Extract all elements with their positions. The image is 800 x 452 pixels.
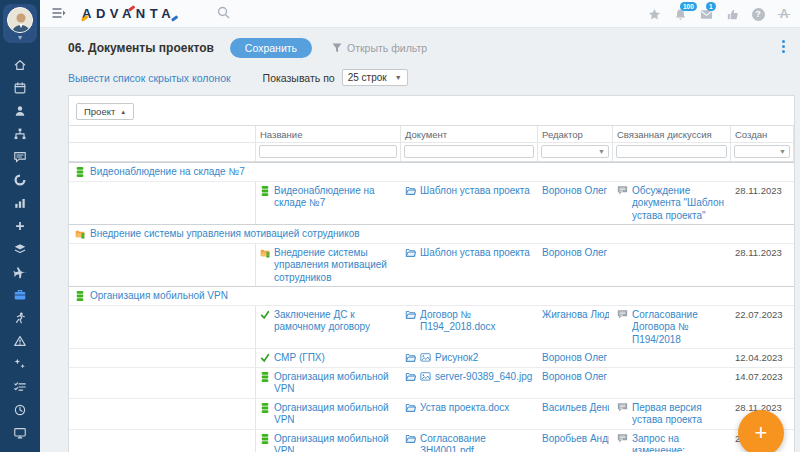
editor-link[interactable]: Воробьев Андрей xyxy=(542,433,609,446)
chevron-down-icon[interactable]: ▾ xyxy=(18,34,22,42)
favorites-star-icon[interactable] xyxy=(646,6,662,22)
editor-link[interactable]: Воронов Олег xyxy=(542,352,607,365)
document-row: Видеонаблюдение на складе №7Шаблон устав… xyxy=(69,181,794,225)
table-header-row: Название Документ Редактор Связанная дис… xyxy=(69,125,794,143)
sidebar-item-calendar[interactable] xyxy=(0,76,40,99)
created-date: 22.07.2023 xyxy=(735,309,783,320)
document-row: Организация мобильной VPNУстав проекта.d… xyxy=(69,398,794,429)
document-row: Внедрение системы управления мотивацией … xyxy=(69,243,794,287)
advanta-logo[interactable]: ADVANTA xyxy=(82,6,175,21)
sidebar-item-progress[interactable] xyxy=(0,168,40,191)
document-name-link[interactable]: Организация мобильной VPN xyxy=(274,371,397,396)
show-per-label: Показывать по xyxy=(263,72,335,84)
project-group-link[interactable]: Организация мобильной VPN xyxy=(90,290,228,303)
document-name-link[interactable]: Видеонаблюдение на складе №7 xyxy=(274,185,397,210)
document-file-link[interactable]: Шаблон устава проекта xyxy=(420,185,530,198)
document-file-link[interactable]: Согласование ЗНИ001.pdf xyxy=(420,433,534,452)
add-fab-button[interactable]: + xyxy=(738,410,784,452)
editor-link[interactable]: Воронов Олег xyxy=(542,247,607,260)
project-group-link[interactable]: Внедрение системы управления мотивацией … xyxy=(90,228,360,241)
sidebar-item-home[interactable] xyxy=(0,53,40,76)
document-name-link[interactable]: Организация мобильной VPN xyxy=(274,433,397,452)
per-page-select[interactable]: 25 строк▼ xyxy=(342,69,408,86)
filter-created-select[interactable]: ▼ xyxy=(734,145,790,158)
list-controls: Вывести список скрытых колонок Показыват… xyxy=(68,69,795,86)
document-row: СМР (ГПХ)Рисунок2Воронов Олег12.04.2023 xyxy=(69,348,794,367)
discussion-link[interactable]: Обсуждение документа "Шаблон устава прое… xyxy=(632,185,727,223)
column-header-document[interactable]: Документ xyxy=(401,126,538,142)
sidebar-item-sparkles[interactable] xyxy=(0,352,40,375)
sidebar-item-team[interactable] xyxy=(0,99,40,122)
collapse-menu-icon[interactable] xyxy=(52,5,66,23)
help-icon[interactable]: ? xyxy=(750,6,766,22)
document-name-link[interactable]: Организация мобильной VPN xyxy=(274,402,397,427)
documents-table: Название Документ Редактор Связанная дис… xyxy=(69,125,794,452)
document-name-link[interactable]: Внедрение системы управления мотивацией … xyxy=(274,247,397,285)
messages-mail-icon[interactable]: 1 xyxy=(698,6,714,22)
editor-link[interactable]: Васильев Денис xyxy=(542,402,609,415)
discussion-link[interactable]: Запрос на изменение: изменение подрядчик… xyxy=(632,433,727,452)
document-name-link[interactable]: СМР (ГПХ) xyxy=(274,352,325,365)
created-date: 28.11.2023 xyxy=(735,247,782,258)
sidebar-item-time[interactable] xyxy=(0,398,40,421)
editor-link[interactable]: Воронов Олег xyxy=(542,371,607,384)
discussion-link[interactable]: Согласование Договора № П194/2018 xyxy=(632,309,727,347)
column-header-name[interactable]: Название xyxy=(256,126,401,142)
document-file-link[interactable]: Договор № П194_2018.docx xyxy=(420,309,534,334)
sidebar-item-briefcase[interactable] xyxy=(0,283,40,306)
editor-link[interactable]: Воронов Олег xyxy=(542,185,607,198)
document-file-link[interactable]: Шаблон устава проекта xyxy=(420,247,530,260)
table-filter-row: ▼ ▼ xyxy=(69,143,794,162)
discussion-icon xyxy=(617,309,628,320)
editor-link[interactable]: Жиганова Людмила xyxy=(542,309,609,322)
advanta-mark-icon[interactable]: A xyxy=(776,6,792,22)
notifications-bell-icon[interactable]: 100 xyxy=(672,6,688,22)
sidebar-item-chat[interactable] xyxy=(0,145,40,168)
doc-folder-icon xyxy=(405,185,416,196)
doc-folder-icon xyxy=(405,309,416,320)
sidebar-item-org-structure[interactable] xyxy=(0,122,40,145)
document-row: Организация мобильной VPNСогласование ЗН… xyxy=(69,429,794,452)
sidebar-item-airplane[interactable] xyxy=(0,260,40,283)
discussion-icon xyxy=(617,433,628,444)
discussion-link[interactable]: Первая версия устава проекта xyxy=(632,402,727,427)
sidebar-item-monitor[interactable] xyxy=(0,421,40,444)
check-icon xyxy=(260,352,270,364)
kebab-menu-icon[interactable] xyxy=(777,40,789,56)
document-file-link[interactable]: server-90389_640.jpg xyxy=(435,371,532,384)
sidebar-item-analytics[interactable] xyxy=(0,191,40,214)
save-button[interactable]: Сохранить xyxy=(230,38,312,58)
sidebar-item-plus[interactable] xyxy=(0,214,40,237)
sidebar-item-layers[interactable] xyxy=(0,237,40,260)
page-header: 06. Документы проектов Сохранить Открыть… xyxy=(68,38,795,58)
filter-discussion-input[interactable] xyxy=(616,145,727,158)
show-hidden-columns-link[interactable]: Вывести список скрытых колонок xyxy=(68,72,231,84)
project-group-link[interactable]: Видеонаблюдение на складе №7 xyxy=(90,166,245,179)
document-file-link[interactable]: Рисунок2 xyxy=(435,352,478,365)
status-green-icon xyxy=(260,371,270,383)
column-header-created[interactable]: Создан xyxy=(731,126,794,142)
likes-thumb-icon[interactable] xyxy=(724,6,740,22)
document-name-link[interactable]: Заключение ДС к рамочному договору xyxy=(274,309,397,334)
group-by-project-chip[interactable]: Проект▲ xyxy=(76,103,134,120)
discussion-icon xyxy=(617,185,628,196)
column-header-project[interactable] xyxy=(69,126,256,142)
filter-document-input[interactable] xyxy=(404,145,534,158)
open-filter-button[interactable]: Открыть фильтр xyxy=(332,42,427,54)
avatar[interactable] xyxy=(7,7,33,33)
document-file-link[interactable]: Устав проекта.docx xyxy=(420,402,509,415)
document-row: Заключение ДС к рамочному договоруДогово… xyxy=(69,305,794,349)
sidebar-item-warning[interactable] xyxy=(0,329,40,352)
folder-status-icon xyxy=(260,247,270,259)
notifications-badge: 100 xyxy=(680,2,697,11)
main-area: ADVANTA 100 1 ? A xyxy=(40,0,800,452)
column-header-editor[interactable]: Редактор xyxy=(538,126,613,142)
filter-name-input[interactable] xyxy=(259,145,397,158)
sidebar-item-activity[interactable] xyxy=(0,306,40,329)
doc-folder-icon xyxy=(405,352,416,363)
filter-editor-select[interactable]: ▼ xyxy=(541,145,609,158)
search-icon[interactable] xyxy=(217,5,230,23)
sidebar-item-tasks[interactable] xyxy=(0,375,40,398)
user-avatar-block[interactable]: ▾ xyxy=(3,4,37,43)
column-header-discussion[interactable]: Связанная дискуссия xyxy=(613,126,731,142)
